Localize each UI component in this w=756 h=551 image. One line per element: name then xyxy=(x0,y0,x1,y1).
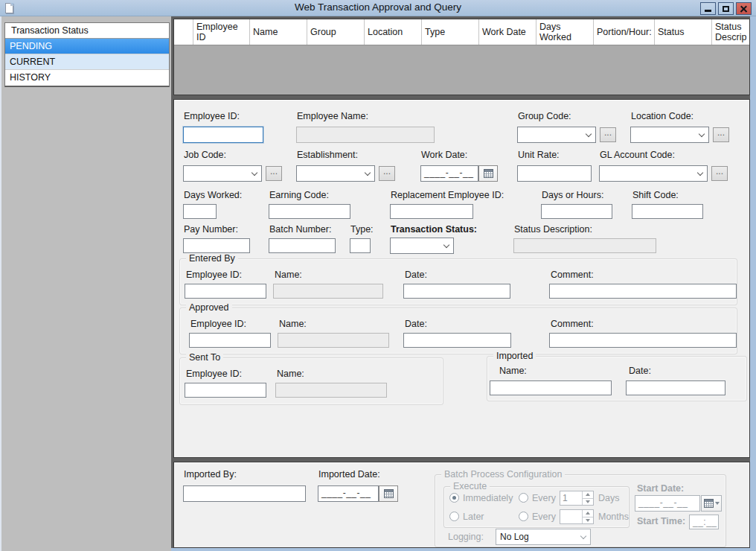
imported-date-bottom-input[interactable]: ____-__-__ xyxy=(318,485,379,502)
pay-number-input[interactable] xyxy=(183,238,250,253)
column-header-status[interactable]: Status xyxy=(655,19,712,45)
approved-date-input[interactable] xyxy=(403,333,511,348)
later-label: Later xyxy=(463,512,484,522)
employee-id-input[interactable] xyxy=(183,127,263,143)
establishment-browse-button[interactable]: ... xyxy=(379,166,395,181)
group-code-select[interactable] xyxy=(517,127,596,143)
column-header-days-worked[interactable]: Days Worked xyxy=(536,19,594,45)
sent-to-name-input xyxy=(275,383,387,398)
shift-code-label: Shift Code: xyxy=(632,190,679,200)
unit-rate-input[interactable] xyxy=(517,165,592,182)
start-date-label: Start Date: xyxy=(637,483,684,494)
column-header-status-descrip[interactable]: Status Descrip xyxy=(712,19,749,45)
replacement-employee-id-input[interactable] xyxy=(390,204,473,219)
start-date-input[interactable]: ____-__-__ xyxy=(635,495,700,512)
entered-by-employee-id-input[interactable] xyxy=(185,284,266,299)
logging-select[interactable]: No Log xyxy=(496,529,591,545)
establishment-select[interactable] xyxy=(296,165,375,182)
employee-name-input xyxy=(296,127,435,143)
column-header-employee-id[interactable]: Employee ID xyxy=(193,19,250,45)
column-header-location[interactable]: Location xyxy=(365,19,422,45)
chevron-down-icon xyxy=(699,131,705,137)
work-date-input[interactable]: ____-__-__ xyxy=(420,165,478,182)
sent-to-employee-id-input[interactable] xyxy=(185,383,266,398)
sidebar-item-pending[interactable]: PENDING xyxy=(5,39,169,54)
job-code-select[interactable] xyxy=(183,165,262,182)
gl-account-code-select[interactable] xyxy=(599,165,708,182)
months-label: Months xyxy=(598,512,629,522)
gl-account-code-browse-button[interactable]: ... xyxy=(711,166,728,181)
type-input[interactable] xyxy=(350,238,371,253)
column-header-work-date[interactable]: Work Date xyxy=(479,19,536,45)
results-grid: Employee ID Name Group Location Type Wor… xyxy=(173,19,750,95)
sidebar-item-current[interactable]: CURRENT xyxy=(5,54,169,70)
earning-code-input[interactable] xyxy=(269,204,350,219)
column-header-name[interactable]: Name xyxy=(250,19,307,45)
close-button[interactable] xyxy=(736,2,752,15)
batch-number-input[interactable] xyxy=(269,238,336,253)
stepper-up-button[interactable] xyxy=(583,510,593,517)
logging-label: Logging: xyxy=(448,532,484,542)
import-batch-panel: Imported By: Imported Date: ____-__-__ B… xyxy=(173,462,750,548)
entered-by-date-input[interactable] xyxy=(403,284,510,299)
days-worked-label: Days Worked: xyxy=(184,190,242,200)
shift-code-input[interactable] xyxy=(632,204,703,219)
later-radio[interactable] xyxy=(449,512,459,521)
job-code-browse-button[interactable]: ... xyxy=(266,166,282,181)
every-months-stepper[interactable] xyxy=(560,509,594,524)
imported-date-calendar-button[interactable] xyxy=(379,485,398,502)
days-worked-input[interactable] xyxy=(183,204,217,219)
stepper-down-button[interactable] xyxy=(583,517,593,524)
calendar-icon xyxy=(704,499,714,508)
stepper-up-button[interactable] xyxy=(583,491,593,498)
transaction-status-select[interactable] xyxy=(390,238,454,254)
days-or-hours-label: Days or Hours: xyxy=(542,190,603,200)
batch-number-label: Batch Number: xyxy=(269,224,331,235)
logging-value: No Log xyxy=(500,532,529,542)
location-code-browse-button[interactable]: ... xyxy=(713,127,729,142)
minimize-button[interactable] xyxy=(700,2,716,15)
start-date-calendar-button[interactable] xyxy=(701,495,722,512)
chevron-down-icon xyxy=(365,170,371,176)
transaction-status-label: Transaction Status: xyxy=(391,224,477,235)
window-title: Web Transaction Approval and Query xyxy=(0,1,756,13)
group-code-browse-button[interactable]: ... xyxy=(600,127,616,142)
days-or-hours-input[interactable] xyxy=(541,204,612,219)
every-days-radio[interactable] xyxy=(519,493,528,503)
minimize-icon xyxy=(705,10,711,12)
entered-by-comment-label: Comment: xyxy=(551,270,594,280)
imported-date-bottom-label: Imported Date: xyxy=(318,469,380,480)
stepper-down-button[interactable] xyxy=(583,498,593,506)
imported-name-input[interactable] xyxy=(490,380,612,395)
transaction-status-list: Transaction Status PENDING CURRENT HISTO… xyxy=(4,22,170,87)
entered-by-comment-input[interactable] xyxy=(549,284,737,299)
sent-to-name-label: Name: xyxy=(277,369,304,379)
approved-comment-input[interactable] xyxy=(549,333,737,348)
imported-by-input[interactable] xyxy=(183,485,306,502)
sidebar-item-history[interactable]: HISTORY xyxy=(5,70,169,86)
every-months-radio[interactable] xyxy=(519,512,528,521)
imported-date-label: Date: xyxy=(629,366,651,376)
column-header-type[interactable]: Type xyxy=(422,19,479,45)
immediately-label: Immediately xyxy=(463,493,513,503)
column-header-group[interactable]: Group xyxy=(307,19,365,45)
gl-account-code-label: GL Account Code: xyxy=(600,150,675,160)
location-code-select[interactable] xyxy=(630,127,709,143)
start-time-input[interactable]: __:__ xyxy=(689,515,719,529)
establishment-label: Establishment: xyxy=(297,150,358,160)
batch-process-group-title: Batch Process Configuration xyxy=(441,469,565,480)
imported-date-input[interactable] xyxy=(626,380,725,395)
immediately-radio[interactable] xyxy=(449,493,459,503)
earning-code-label: Earning Code: xyxy=(269,190,329,200)
imported-by-label: Imported By: xyxy=(184,469,237,480)
approved-employee-id-input[interactable] xyxy=(189,333,271,348)
chevron-down-icon xyxy=(697,170,703,176)
sent-to-group: Sent To xyxy=(179,357,443,405)
titlebar: Web Transaction Approval and Query xyxy=(0,0,756,16)
column-header-portion-hour[interactable]: Portion/Hour: xyxy=(594,19,655,45)
chevron-down-icon xyxy=(715,502,720,505)
every-days-stepper[interactable]: 1 xyxy=(560,491,594,506)
column-header-selector[interactable] xyxy=(174,19,193,45)
maximize-button[interactable] xyxy=(718,2,734,15)
work-date-calendar-button[interactable] xyxy=(478,165,498,182)
